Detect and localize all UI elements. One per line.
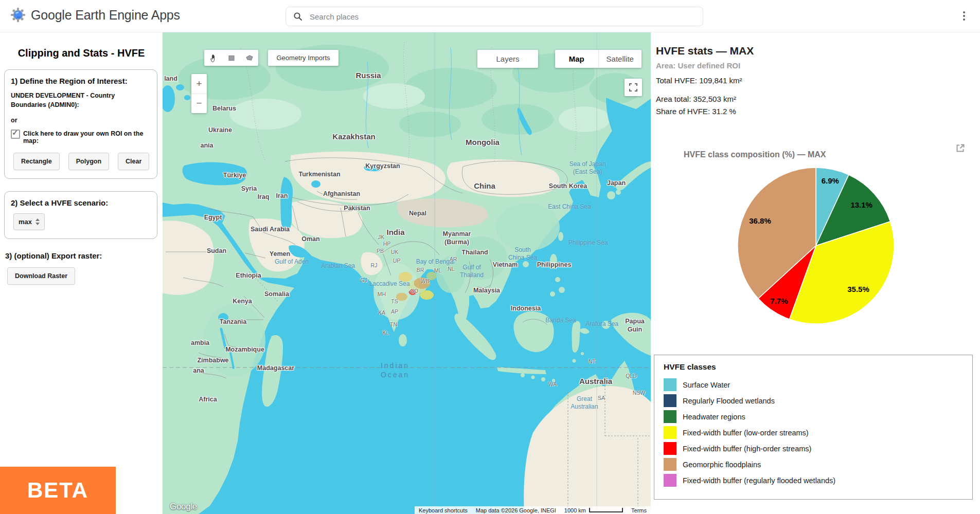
legend-swatch	[664, 458, 676, 471]
scenario-selected-value: max	[19, 218, 32, 226]
polygon-icon	[245, 53, 254, 63]
polygon-tool-button[interactable]	[240, 50, 258, 66]
overflow-menu-button[interactable]	[957, 9, 971, 23]
map-attribution-bar: Keyboard shortcuts Map data ©2026 Google…	[415, 506, 651, 514]
stats-block: HVFE stats — MAX Area: User defined ROI …	[651, 32, 980, 116]
map-scale: 1000 km	[560, 506, 627, 514]
legend-label: Fixed-width buffer (regularly flooded we…	[683, 476, 835, 485]
app-header: Google Earth Engine Apps	[0, 0, 980, 32]
legend-swatch	[664, 378, 676, 391]
zoom-in-button[interactable]: +	[191, 74, 207, 94]
legend-label: Geomorphic floodplains	[683, 461, 761, 469]
fullscreen-icon	[629, 83, 637, 91]
open-in-new-icon	[955, 143, 966, 153]
checkmark-icon: ✓	[12, 128, 19, 137]
stats-total-hvfe: Total HVFE: 109,841 km²	[656, 76, 980, 85]
export-section-heading: 3) (optional) Export raster:	[5, 251, 163, 260]
rectangle-tool-button[interactable]	[222, 50, 240, 66]
roi-button-row: RectanglePolygonClear	[11, 153, 151, 170]
legend-item: Fixed-width buffer (regularly flooded we…	[664, 472, 963, 488]
map-data-attribution: Map data ©2026 Google, INEGI	[472, 506, 560, 514]
stats-panel: HVFE stats — MAX Area: User defined ROI …	[651, 32, 980, 514]
search-box[interactable]	[286, 7, 703, 26]
zoom-out-button[interactable]: −	[191, 94, 207, 114]
stats-area-total: Area total: 352,503 km²	[656, 95, 980, 103]
hvfe-roi-overlay	[387, 264, 447, 309]
sidebar: Clipping and Stats - HVFE 1) Define the …	[0, 32, 163, 514]
map-type-control: Map Satellite	[555, 50, 642, 68]
roi-dev-note: UNDER DEVELOPMENT - Country Boundaries (…	[11, 91, 151, 109]
legend-swatch	[664, 442, 676, 455]
legend-item: Geomorphic floodplains	[664, 456, 963, 472]
legend-item: Surface Water	[664, 377, 963, 393]
zoom-control: + −	[191, 74, 207, 113]
stats-area-label: Area: User defined ROI	[656, 61, 980, 70]
app-panel-title: Clipping and Stats - HVFE	[4, 47, 158, 59]
terms-link[interactable]: Terms	[627, 506, 651, 514]
legend-rows: Surface WaterRegularly Flooded wetlandsH…	[664, 377, 963, 488]
legend-label: Regularly Flooded wetlands	[683, 397, 775, 405]
legend-item: Fixed-width buffer (high-order streams)	[664, 440, 963, 456]
legend-panel: HVFE classes Surface WaterRegularly Floo…	[654, 355, 973, 500]
keyboard-shortcuts-link[interactable]: Keyboard shortcuts	[415, 506, 472, 514]
pie-chart-panel: HVFE class composition (%) — MAX 6.9%13.…	[655, 139, 975, 330]
draw-roi-checkbox-row[interactable]: ✓ Click here to draw your own ROI on the…	[11, 130, 151, 144]
draw-roi-checkbox[interactable]: ✓	[11, 130, 20, 139]
geometry-imports-button[interactable]: Geometry Imports	[268, 50, 338, 66]
map-type-satellite-button[interactable]: Satellite	[598, 50, 642, 68]
stats-title: HVFE stats — MAX	[656, 45, 980, 57]
roi-rectangle-button[interactable]: Rectangle	[13, 153, 60, 170]
legend-swatch	[664, 426, 676, 439]
scenario-select[interactable]: max	[13, 213, 45, 230]
legend-label: Fixed-width buffer (high-order streams)	[683, 445, 811, 453]
legend-title: HVFE classes	[664, 362, 963, 372]
roi-section-heading: 1) Define the Region of Interest:	[11, 77, 151, 85]
map-scale-bar	[589, 508, 623, 512]
beta-badge: BETA	[0, 467, 116, 514]
roi-polygon-button[interactable]: Polygon	[68, 153, 109, 170]
earth-engine-logo-icon	[10, 7, 26, 23]
pie-value-label: 6.9%	[822, 176, 839, 185]
pie-value-label: 13.1%	[850, 200, 872, 209]
kebab-icon	[963, 11, 965, 21]
search-input[interactable]	[309, 12, 671, 22]
map-scale-label: 1000 km	[564, 507, 586, 513]
legend-item: Regularly Flooded wetlands	[664, 393, 963, 409]
pan-tool-button[interactable]	[204, 50, 222, 66]
pie-value-label: 7.7%	[770, 297, 788, 305]
draw-roi-checkbox-label: Click here to draw your own ROI on the m…	[23, 130, 151, 144]
open-chart-button[interactable]	[955, 143, 967, 154]
map-type-map-button[interactable]: Map	[555, 50, 598, 68]
google-logo[interactable]: Google	[170, 502, 197, 512]
roi-section: 1) Define the Region of Interest: UNDER …	[4, 69, 157, 179]
roi-or-label: or	[11, 117, 151, 124]
pie-chart: 6.9%13.1%35.5%7.7%36.8%	[655, 157, 975, 330]
pie-value-label: 35.5%	[847, 285, 869, 293]
logo-wrap: Google Earth Engine Apps	[10, 7, 180, 23]
layers-button[interactable]: Layers	[477, 50, 538, 68]
rectangle-icon	[227, 53, 236, 63]
legend-swatch	[664, 410, 676, 423]
app-title: Google Earth Engine Apps	[31, 8, 180, 23]
search-icon	[293, 12, 302, 21]
download-raster-button[interactable]: Download Raster	[7, 267, 75, 285]
stats-share: Share of HVFE: 31.2 %	[656, 107, 980, 116]
legend-swatch	[664, 474, 676, 487]
scenario-section-heading: 2) Select a HVFE scenario:	[11, 198, 151, 207]
pie-value-label: 36.8%	[749, 216, 771, 225]
page-root: Google Earth Engine Apps Clipping and St…	[0, 0, 980, 514]
hand-icon	[209, 53, 218, 63]
legend-label: Headwater regions	[683, 413, 745, 421]
legend-label: Surface Water	[683, 381, 730, 389]
select-arrows-icon	[35, 218, 40, 225]
draw-toolbar	[204, 50, 258, 66]
roi-clear-button[interactable]: Clear	[118, 153, 149, 170]
legend-label: Fixed-width buffer (low-order streams)	[683, 429, 809, 437]
legend-swatch	[664, 394, 676, 407]
scenario-section: 2) Select a HVFE scenario: max	[4, 191, 157, 239]
map-canvas[interactable]: RussialandBelarusUkraineaniaTürkiyeKazak…	[163, 32, 651, 514]
legend-item: Headwater regions	[664, 409, 963, 425]
legend-item: Fixed-width buffer (low-order streams)	[664, 425, 963, 440]
fullscreen-button[interactable]	[625, 79, 642, 96]
